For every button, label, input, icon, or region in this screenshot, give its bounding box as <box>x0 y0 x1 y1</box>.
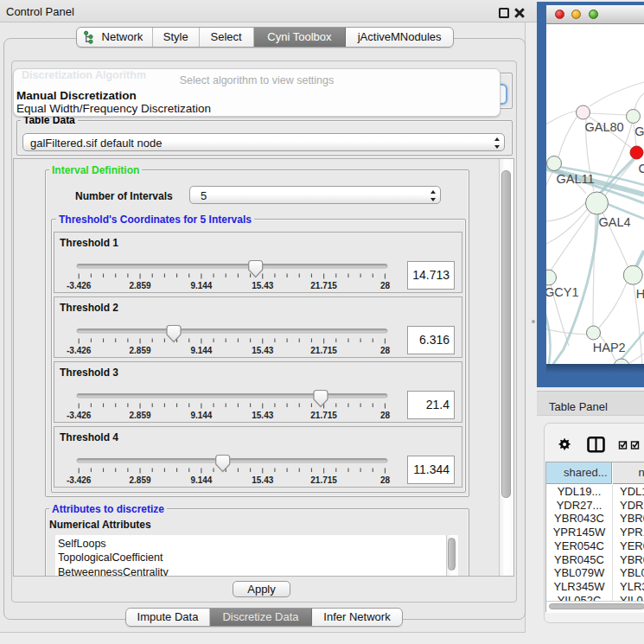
svg-text:G.: G. <box>634 124 644 138</box>
svg-text:H: H <box>636 287 644 301</box>
svg-text:GCY1: GCY1 <box>546 285 579 299</box>
svg-text:HAP2: HAP2 <box>593 341 626 354</box>
svg-text:GAL80: GAL80 <box>585 120 624 134</box>
svg-text:C: C <box>639 162 644 175</box>
svg-text:GAL11: GAL11 <box>557 172 595 186</box>
svg-text:GAL4: GAL4 <box>599 215 631 229</box>
